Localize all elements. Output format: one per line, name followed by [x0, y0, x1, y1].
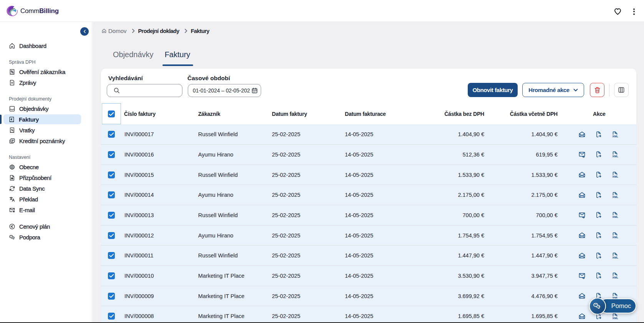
svg-text:XML: XML	[613, 195, 619, 198]
svg-text:XML: XML	[613, 236, 619, 239]
svg-text:XML: XML	[613, 134, 619, 138]
svg-text:XML: XML	[613, 155, 619, 158]
svg-text:XML: XML	[613, 316, 619, 320]
svg-text:XML: XML	[613, 255, 619, 259]
svg-text:XML: XML	[613, 215, 619, 219]
svg-text:XML: XML	[613, 175, 619, 178]
svg-text:XML: XML	[613, 276, 619, 279]
